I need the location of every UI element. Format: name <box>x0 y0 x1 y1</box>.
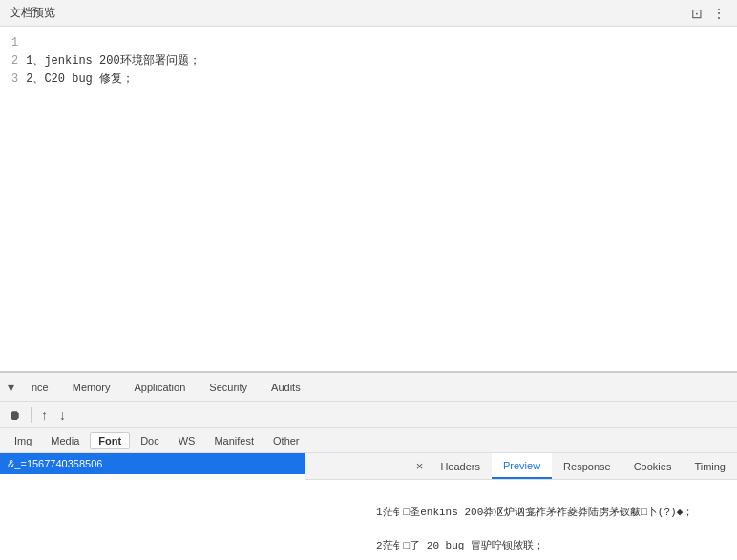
detail-line-2: 2茫钅□了 20 bug 冒驴咛钡脓联； <box>376 540 544 551</box>
tab-audits[interactable]: Audits <box>260 373 313 401</box>
detail-preview-text: 1茫钅□圣enkins 200莽沤炉讻龛祚茅祚菱莽陆虏茅钗黻□卜(?)◆； 2茫… <box>313 487 729 560</box>
split-area: &_=1567740358506 × Headers Preview Respo… <box>0 453 737 560</box>
download-icon: ↓ <box>59 407 66 423</box>
more-icon[interactable]: ⋮ <box>710 6 727 21</box>
filter-tab-ws[interactable]: WS <box>170 432 204 449</box>
devtools-panel: ▾ nce Memory Application Security Audits… <box>0 372 737 560</box>
detail-tabs: × Headers Preview Response Cookies Timin… <box>305 453 737 480</box>
line-num-3: 3 <box>11 73 18 86</box>
line-text-2: 1、jenkins 200环境部署问题； <box>26 54 200 68</box>
detail-tab-preview[interactable]: Preview <box>492 453 552 479</box>
filter-tab-font[interactable]: Font <box>90 432 130 449</box>
preview-line-1: 1 <box>11 34 726 52</box>
filter-tab-img[interactable]: Img <box>6 432 40 449</box>
tab-dropdown[interactable]: ▾ <box>2 380 20 395</box>
tab-application[interactable]: Application <box>122 373 198 401</box>
tab-security[interactable]: Security <box>198 373 260 401</box>
line-num-1: 1 <box>11 36 18 50</box>
preview-content: 1 21、jenkins 200环境部署问题； 32、C20 bug 修复； <box>0 27 737 371</box>
upload-icon: ↑ <box>41 407 48 423</box>
filter-tab-media[interactable]: Media <box>42 432 88 449</box>
detail-tab-response[interactable]: Response <box>552 453 622 479</box>
filter-tab-doc[interactable]: Doc <box>132 432 168 449</box>
record-button[interactable]: ⏺ <box>4 405 25 425</box>
preview-title: 文档预览 <box>10 5 55 21</box>
preview-area: 文档预览 ⊡ ⋮ 1 21、jenkins 200环境部署问题； 32、C20 … <box>0 0 737 372</box>
network-toolbar: ⏺ ↑ ↓ <box>0 402 737 428</box>
filter-tab-other[interactable]: Other <box>264 432 308 449</box>
detail-tab-timing[interactable]: Timing <box>683 453 737 479</box>
line-text-3: 2、C20 bug 修复； <box>26 73 134 86</box>
download-button[interactable]: ↓ <box>55 405 70 425</box>
tab-memory[interactable]: Memory <box>61 373 123 401</box>
expand-icon[interactable]: ⊡ <box>689 6 705 21</box>
detail-panel: × Headers Preview Response Cookies Timin… <box>305 453 737 560</box>
devtools-top-tabs: ▾ nce Memory Application Security Audits <box>0 373 737 402</box>
preview-line-3: 32、C20 bug 修复； <box>11 71 726 89</box>
filter-tabs: Img Media Font Doc WS Manifest Other <box>0 428 737 453</box>
detail-content: 1茫钅□圣enkins 200莽沤炉讻龛祚茅祚菱莽陆虏茅钗黻□卜(?)◆； 2茫… <box>305 480 737 560</box>
detail-tab-headers[interactable]: Headers <box>429 453 492 479</box>
line-num-2: 2 <box>11 54 18 68</box>
upload-button[interactable]: ↑ <box>37 405 52 425</box>
preview-line-2: 21、jenkins 200环境部署问题； <box>11 52 726 71</box>
preview-icon-group: ⊡ ⋮ <box>689 6 727 21</box>
filter-tab-manifest[interactable]: Manifest <box>205 432 263 449</box>
request-item-1[interactable]: &_=1567740358506 <box>0 453 305 474</box>
toolbar-separator-1 <box>31 407 32 423</box>
detail-tab-cookies[interactable]: Cookies <box>622 453 684 479</box>
tab-nce[interactable]: nce <box>20 373 61 401</box>
detail-line-1: 1茫钅□圣enkins 200莽沤炉讻龛祚茅祚菱莽陆虏茅钗黻□卜(?)◆； <box>376 507 693 518</box>
close-button[interactable]: × <box>416 459 424 473</box>
preview-header: 文档预览 ⊡ ⋮ <box>0 0 737 27</box>
request-list: &_=1567740358506 <box>0 453 305 560</box>
record-icon: ⏺ <box>8 407 21 423</box>
